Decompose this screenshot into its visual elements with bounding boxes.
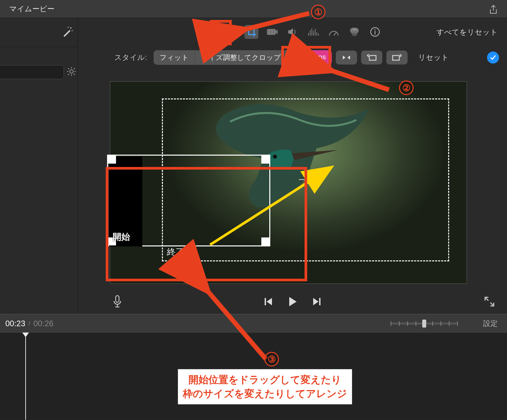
style-segmented-control: フィット サイズ調整してクロップ Ken Burns bbox=[154, 50, 332, 65]
zoom-slider[interactable] bbox=[391, 323, 457, 325]
svg-point-2 bbox=[68, 27, 69, 28]
style-fit-button[interactable]: フィット bbox=[154, 50, 195, 65]
titlebar: マイムービー bbox=[0, 0, 507, 18]
current-time: 00:23 bbox=[5, 319, 25, 328]
svg-point-11 bbox=[351, 30, 357, 36]
timeline-header: 00:23 / 00:26 設定 bbox=[0, 314, 507, 333]
inspector-toolbar: すべてをリセット bbox=[78, 18, 507, 46]
volume-icon[interactable] bbox=[286, 25, 300, 39]
share-icon[interactable] bbox=[489, 5, 498, 16]
svg-rect-8 bbox=[267, 29, 276, 35]
svg-point-15 bbox=[273, 155, 277, 159]
next-frame-button[interactable] bbox=[312, 297, 322, 308]
prev-frame-button[interactable] bbox=[263, 297, 273, 308]
rotate-ccw-button[interactable] bbox=[361, 51, 382, 65]
crop-icon[interactable] bbox=[244, 25, 258, 39]
noise-reduction-icon[interactable] bbox=[306, 25, 320, 39]
project-title: マイムービー bbox=[9, 4, 55, 14]
filter-icon[interactable] bbox=[347, 25, 361, 39]
rotate-cw-button[interactable] bbox=[386, 51, 408, 65]
reset-button[interactable]: リセット bbox=[418, 53, 449, 63]
svg-point-7 bbox=[228, 30, 234, 36]
search-input[interactable] bbox=[0, 65, 64, 79]
swap-button[interactable] bbox=[336, 51, 357, 65]
svg-rect-13 bbox=[369, 56, 376, 60]
svg-point-1 bbox=[72, 30, 73, 31]
transport-controls bbox=[78, 291, 507, 314]
stabilize-icon[interactable] bbox=[265, 25, 279, 39]
crop-style-row: スタイル: フィット サイズ調整してクロップ Ken Burns リセット bbox=[78, 46, 507, 69]
color-balance-icon[interactable] bbox=[203, 25, 217, 39]
style-kenburns-button[interactable]: Ken Burns bbox=[287, 50, 332, 65]
playhead[interactable] bbox=[25, 333, 26, 420]
resize-handle-br[interactable] bbox=[261, 237, 269, 245]
svg-rect-17 bbox=[116, 296, 119, 302]
time-separator: / bbox=[29, 321, 30, 327]
svg-rect-18 bbox=[265, 298, 266, 305]
info-icon[interactable] bbox=[368, 25, 382, 39]
speed-icon[interactable] bbox=[327, 25, 341, 39]
kenburns-start-frame[interactable]: 開始 bbox=[107, 155, 270, 246]
kenburns-start-label: 開始 bbox=[113, 231, 130, 243]
play-button[interactable] bbox=[287, 296, 299, 309]
left-panel bbox=[0, 18, 78, 314]
color-correction-icon[interactable] bbox=[224, 25, 238, 39]
fullscreen-icon[interactable] bbox=[484, 296, 495, 309]
resize-handle-tr[interactable] bbox=[261, 156, 269, 164]
gear-icon[interactable] bbox=[66, 67, 76, 78]
svg-rect-19 bbox=[319, 298, 320, 305]
apply-button[interactable] bbox=[487, 52, 499, 64]
voiceover-icon[interactable] bbox=[112, 295, 122, 310]
timeline[interactable] bbox=[0, 333, 507, 420]
viewer[interactable]: 終了 開始 bbox=[110, 81, 467, 284]
reset-all-button[interactable]: すべてをリセット bbox=[437, 27, 498, 37]
resize-handle-tl[interactable] bbox=[108, 156, 116, 164]
style-crop-button[interactable]: サイズ調整してクロップ bbox=[195, 50, 287, 65]
style-label: スタイル: bbox=[114, 53, 147, 63]
svg-rect-14 bbox=[393, 56, 399, 60]
svg-point-3 bbox=[70, 70, 73, 73]
duration-time: 00:26 bbox=[34, 319, 54, 328]
magic-wand-icon[interactable] bbox=[62, 26, 73, 39]
zoom-handle[interactable] bbox=[422, 320, 426, 328]
svg-point-0 bbox=[70, 27, 71, 29]
timeline-settings-button[interactable]: 設定 bbox=[483, 319, 498, 329]
